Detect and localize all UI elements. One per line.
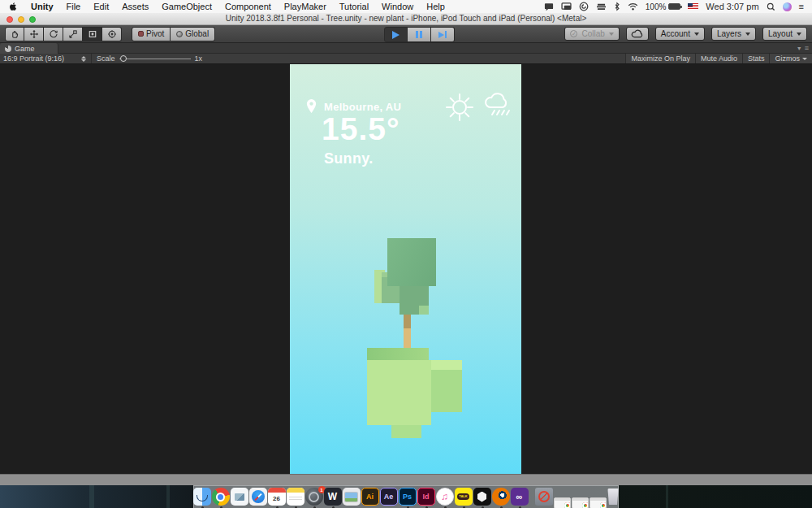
global-toggle-button[interactable]: Global xyxy=(171,27,215,41)
menu-item-playmaker[interactable]: PlayMaker xyxy=(284,2,326,11)
menu-clock[interactable]: Wed 3:07 pm xyxy=(706,2,758,11)
display-mirroring-icon[interactable] xyxy=(561,2,572,11)
grass-top-face xyxy=(367,348,429,360)
notification-center-icon[interactable]: ≡ xyxy=(799,2,804,11)
tab-game[interactable]: Game xyxy=(0,43,58,54)
menu-item-gameobject[interactable]: GameObject xyxy=(162,2,212,11)
dock-minimized-window[interactable] xyxy=(554,488,571,508)
screen: Unity File Edit Assets GameObject Compon… xyxy=(0,0,812,508)
dock-photos-icon[interactable] xyxy=(343,488,361,508)
dock-minimized-window[interactable] xyxy=(590,488,607,508)
layers-dropdown[interactable]: Layers xyxy=(711,27,756,41)
menu-item-window[interactable]: Window xyxy=(382,2,413,11)
menu-item-component[interactable]: Component xyxy=(225,2,271,11)
menu-item-edit[interactable]: Edit xyxy=(93,2,109,11)
grass-right-side-face xyxy=(431,370,462,412)
transform-tool-button[interactable] xyxy=(102,27,122,41)
cloud-services-button[interactable] xyxy=(626,27,649,41)
tab-options-menu-icon[interactable]: ≡ xyxy=(805,44,809,52)
dock: 26 1 W Ai Ae Ps Id ♫ TALK ∞ xyxy=(193,485,619,508)
wifi-icon[interactable] xyxy=(628,2,638,11)
tree-foliage-top-cube xyxy=(387,238,436,286)
stats-button[interactable]: Stats xyxy=(742,54,770,63)
location-pin-icon xyxy=(305,98,317,114)
unity-title-bar: Unity 2018.3.8f1 Personal - Tree.unity -… xyxy=(0,13,812,25)
dock-blender-icon[interactable] xyxy=(492,488,510,508)
dock-visual-studio-icon[interactable]: ∞ xyxy=(511,488,529,508)
menu-item-tutorial[interactable]: Tutorial xyxy=(339,2,369,11)
minimize-window-button[interactable] xyxy=(18,16,24,23)
maximize-on-play-button[interactable]: Maximize On Play xyxy=(625,54,695,63)
dock-trash-icon[interactable] xyxy=(607,488,620,508)
dock-itunes-icon[interactable]: ♫ xyxy=(436,488,454,508)
step-button[interactable] xyxy=(431,27,455,42)
rotate-tool-button[interactable] xyxy=(44,27,63,41)
apple-menu-icon[interactable] xyxy=(8,1,18,12)
dock-minimized-window[interactable] xyxy=(572,488,589,508)
dock-chrome-icon[interactable] xyxy=(212,488,230,508)
play-button[interactable] xyxy=(384,27,408,42)
pivot-toggle-button[interactable]: Pivot xyxy=(132,27,171,41)
dock-unity-icon[interactable] xyxy=(473,488,491,508)
aspect-stepper-icon xyxy=(81,56,86,62)
gizmos-dropdown[interactable]: Gizmos xyxy=(769,54,812,63)
dock-kakaotalk-icon[interactable]: TALK xyxy=(455,488,473,508)
rect-tool-button[interactable] xyxy=(83,27,102,41)
dock-safari-icon[interactable] xyxy=(249,488,267,508)
collab-dropdown[interactable]: ✓Collab xyxy=(564,27,619,41)
unity-window-bottom-strip xyxy=(0,474,812,485)
grass-front-face xyxy=(367,360,431,425)
dock-downloads-folder-icon[interactable] xyxy=(535,488,553,508)
dock-after-effects-icon[interactable]: Ae xyxy=(380,488,398,508)
battery-icon xyxy=(668,3,680,10)
mute-audio-button[interactable]: Mute Audio xyxy=(695,54,742,63)
dock-notes-icon[interactable] xyxy=(287,488,304,508)
pause-button[interactable] xyxy=(408,27,431,42)
layout-dropdown[interactable]: Layout xyxy=(762,27,807,41)
dock-word-icon[interactable]: W xyxy=(324,488,342,508)
bluetooth-icon[interactable] xyxy=(614,2,620,11)
spotlight-search-icon[interactable] xyxy=(767,2,775,11)
window-title: Unity 2018.3.8f1 Personal - Tree.unity -… xyxy=(226,14,587,23)
game-viewport: Melbourne, AU 15.5° Sunny. xyxy=(0,64,812,474)
creative-cloud-icon[interactable] xyxy=(579,2,589,11)
grass-bottom-cube xyxy=(391,425,421,438)
menu-item-unity[interactable]: Unity xyxy=(31,2,54,11)
scale-slider[interactable] xyxy=(119,59,191,59)
globe-icon xyxy=(176,31,183,37)
dock-calendar-icon[interactable]: 26 xyxy=(268,488,286,508)
dock-photoshop-icon[interactable]: Ps xyxy=(399,488,417,508)
dock-settings-icon[interactable]: 1 xyxy=(305,488,323,508)
aspect-ratio-dropdown[interactable]: 16:9 Portrait (9:16) xyxy=(0,54,92,63)
zoom-window-button[interactable] xyxy=(29,16,36,23)
siri-icon[interactable] xyxy=(783,2,792,11)
transform-tools xyxy=(5,27,122,41)
battery-percent: 100% xyxy=(646,2,667,11)
hand-tool-button[interactable] xyxy=(5,27,24,41)
tree-foliage-corner-highlight xyxy=(419,306,429,315)
dock-illustrator-icon[interactable]: Ai xyxy=(361,488,379,508)
battery-indicator[interactable]: 100% xyxy=(646,2,681,11)
condition-label: Sunny. xyxy=(324,150,373,167)
close-window-button[interactable] xyxy=(6,16,13,23)
temperature-value: 15.5° xyxy=(322,111,400,147)
sun-icon xyxy=(443,91,476,124)
us-flag-icon[interactable] xyxy=(688,3,698,10)
scale-tool-button[interactable] xyxy=(63,27,83,41)
menu-item-file[interactable]: File xyxy=(67,2,81,11)
menu-item-assets[interactable]: Assets xyxy=(122,2,149,11)
weather-app-screen[interactable]: Melbourne, AU 15.5° Sunny. xyxy=(290,64,521,474)
dock-finder-icon[interactable] xyxy=(193,488,211,508)
move-tool-button[interactable] xyxy=(24,27,44,41)
macos-menu-bar: Unity File Edit Assets GameObject Compon… xyxy=(0,0,812,13)
keyboard-stack-icon[interactable] xyxy=(596,2,607,11)
notification-bubble-icon[interactable] xyxy=(544,2,554,11)
menu-item-help[interactable]: Help xyxy=(426,2,445,11)
dock-indesign-icon[interactable]: Id xyxy=(417,488,435,508)
dock-mail-icon[interactable] xyxy=(231,488,248,508)
tree-trunk-upper xyxy=(404,315,411,328)
account-dropdown[interactable]: Account xyxy=(655,27,705,41)
scale-slider-knob[interactable] xyxy=(120,55,127,62)
tab-options-caret-icon[interactable]: ▼ xyxy=(797,46,802,51)
grass-right-top-face xyxy=(431,360,462,370)
